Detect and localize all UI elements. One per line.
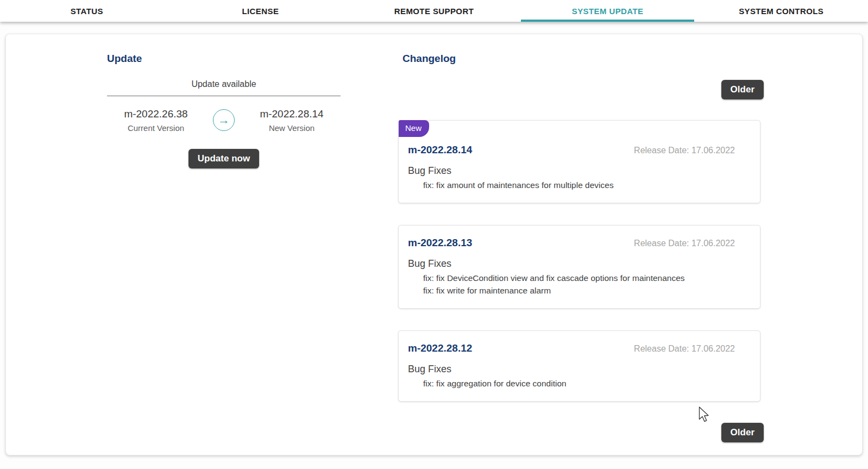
tab-label: STATUS (71, 7, 103, 16)
card-section-heading: Bug Fixes (408, 165, 735, 177)
changelog-card: m-2022.28.12 Release Date: 17.06.2022 Bu… (398, 330, 760, 402)
update-now-button[interactable]: Update now (188, 149, 259, 168)
card-release-date: Release Date: 17.06.2022 (634, 239, 735, 248)
card-header: m-2022.28.14 Release Date: 17.06.2022 (408, 144, 735, 156)
card-fix-list: fix: fix DeviceCondition view and fix ca… (408, 272, 735, 297)
tab-label: LICENSE (242, 7, 279, 16)
fix-line: fix: fix amount of maintenances for mult… (423, 179, 735, 191)
card-section-heading: Bug Fixes (408, 258, 735, 270)
card-version: m-2022.28.14 (408, 144, 472, 156)
arrow-right-glyph: → (218, 114, 230, 126)
card-header: m-2022.28.13 Release Date: 17.06.2022 (408, 237, 735, 249)
new-version-block: m-2022.28.14 New Version (243, 108, 341, 133)
card-section-heading: Bug Fixes (408, 364, 735, 375)
version-transition: m-2022.26.38 Current Version → m-2022.28… (107, 108, 341, 133)
fix-line: fix: fix DeviceCondition view and fix ca… (423, 272, 735, 284)
card-header: m-2022.28.12 Release Date: 17.06.2022 (408, 342, 735, 354)
update-available-text: Update available (107, 79, 341, 89)
older-bottom-row: Older (398, 423, 766, 442)
tab-label: SYSTEM UPDATE (572, 7, 644, 16)
tab-system-controls[interactable]: SYSTEM CONTROLS (694, 0, 868, 22)
fix-line: fix: fix write for maintenance alarm (423, 284, 735, 297)
tab-license[interactable]: LICENSE (174, 0, 348, 22)
new-version-label: New Version (243, 123, 341, 133)
update-section: Update Update available m-2022.26.38 Cur… (107, 53, 341, 168)
card-version: m-2022.28.12 (408, 342, 472, 354)
current-version-label: Current Version (107, 123, 205, 133)
card-fix-list: fix: fix aggregation for device conditio… (408, 377, 735, 390)
current-version-block: m-2022.26.38 Current Version (107, 108, 205, 133)
update-button-row: Update now (107, 149, 341, 168)
card-release-date: Release Date: 17.06.2022 (634, 146, 735, 155)
tab-status[interactable]: STATUS (0, 0, 174, 22)
tab-label: SYSTEM CONTROLS (739, 7, 823, 16)
changelog-title: Changelog (402, 53, 766, 65)
card-version: m-2022.28.13 (408, 237, 472, 249)
update-title: Update (107, 53, 341, 65)
new-badge-label: New (405, 123, 422, 133)
current-version-number: m-2022.26.38 (107, 108, 205, 120)
changelog-card: New m-2022.28.14 Release Date: 17.06.202… (398, 120, 760, 203)
system-update-panel: Update Update available m-2022.26.38 Cur… (5, 34, 863, 455)
changelog-card: m-2022.28.13 Release Date: 17.06.2022 Bu… (398, 225, 760, 309)
changelog-list: New m-2022.28.14 Release Date: 17.06.202… (398, 120, 766, 402)
tab-remote-support[interactable]: REMOTE SUPPORT (347, 0, 521, 22)
older-button-top[interactable]: Older (721, 80, 764, 99)
arrow-right-circle-icon: → (213, 109, 235, 131)
tab-label: REMOTE SUPPORT (394, 7, 474, 16)
new-badge: New (399, 120, 429, 137)
update-divider (107, 96, 341, 96)
card-fix-list: fix: fix amount of maintenances for mult… (408, 179, 735, 191)
fix-line: fix: fix aggregation for device conditio… (423, 377, 735, 390)
tab-system-update[interactable]: SYSTEM UPDATE (521, 0, 695, 22)
card-release-date: Release Date: 17.06.2022 (634, 344, 735, 354)
tab-bar: STATUSLICENSEREMOTE SUPPORTSYSTEM UPDATE… (0, 0, 868, 22)
active-tab-underline (521, 20, 695, 22)
changelog-section: Changelog Older New m-2022.28.14 Release… (398, 53, 766, 442)
older-button-bottom[interactable]: Older (721, 423, 764, 442)
older-top-row: Older (398, 80, 766, 99)
new-version-number: m-2022.28.14 (243, 108, 341, 120)
